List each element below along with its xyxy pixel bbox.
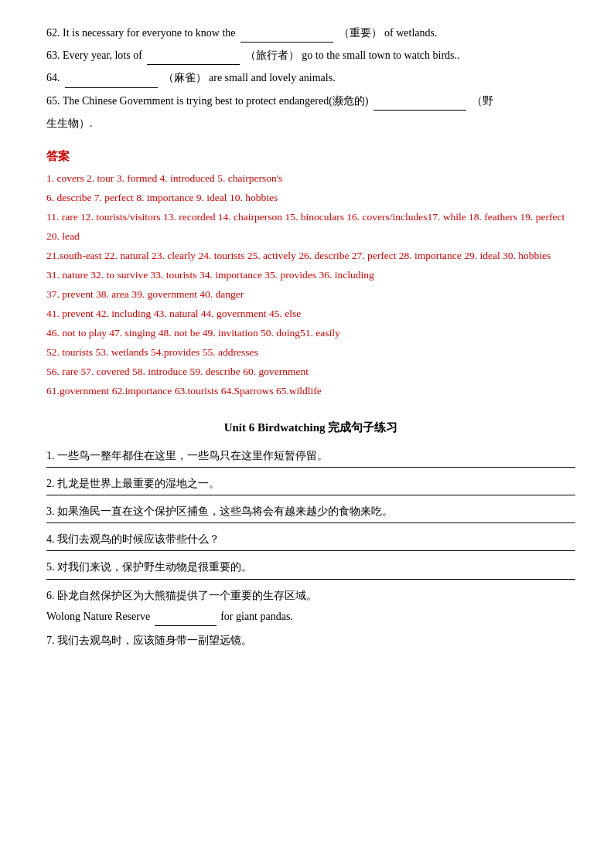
item6-number: 6.: [46, 590, 55, 601]
q63-text-after: go to the small town to watch birds..: [302, 49, 459, 61]
question-63: 63. Every year, lots of （旅行者） go to the …: [46, 46, 575, 65]
q62-text-before: It is necessary for everyone to know the: [63, 27, 236, 39]
answer-line-9: 52. tourists 53. wetlands 54.provides 55…: [46, 343, 575, 363]
completion-item-3: 3. 如果渔民一直在这个保护区捕鱼，这些鸟将会有越来越少的食物来吃。: [46, 502, 575, 523]
answer-line-10: 56. rare 57. covered 58. introduce 59. d…: [46, 363, 575, 382]
item4-number: 4.: [46, 533, 55, 545]
item6-text: 6. 卧龙自然保护区为大熊猫提供了一个重要的生存区域。: [46, 586, 575, 605]
item2-line: [46, 495, 575, 495]
q64-text-after: are small and lovely animals.: [209, 72, 336, 83]
item1-number: 1.: [46, 450, 55, 461]
question-65-cont: 生生物）.: [46, 114, 575, 133]
answer-line-11: 61.government 62.importance 63.tourists …: [46, 382, 575, 401]
answer-line-1: 1. covers 2. tour 3. formed 4. introduce…: [46, 169, 575, 189]
q64-paren: （麻雀）: [163, 72, 206, 83]
completion-item-5: 5. 对我们来说，保护野生动物是很重要的。: [46, 557, 575, 579]
completion-item-4: 4. 我们去观鸟的时候应该带些什么？: [46, 529, 575, 551]
answer-line-4: 21.south-east 22. natural 23. clearly 24…: [46, 247, 575, 266]
q65-blank[interactable]: [374, 110, 466, 111]
item6-subtext: Wolong Nature Reserve for giant pandas.: [46, 607, 575, 626]
item6-sub-label: Wolong Nature Reserve: [46, 611, 150, 622]
q62-number: 62.: [46, 27, 63, 39]
item3-text: 3. 如果渔民一直在这个保护区捕鱼，这些鸟将会有越来越少的食物来吃。: [46, 502, 575, 521]
q65-cont: 生生物）.: [46, 117, 93, 129]
item7-text: 7. 我们去观鸟时，应该随身带一副望远镜。: [46, 631, 575, 650]
question-65: 65. The Chinese Government is trying bes…: [46, 91, 575, 111]
answer-line-5: 31. nature 32. to survive 33. tourists 3…: [46, 266, 575, 285]
q63-blank[interactable]: [147, 64, 240, 65]
item1-chinese: 一些鸟一整年都住在这里，一些鸟只在这里作短暂停留。: [57, 450, 328, 461]
item4-text: 4. 我们去观鸟的时候应该带些什么？: [46, 529, 575, 549]
item6-sub-after: for giant pandas.: [220, 611, 293, 622]
item4-chinese: 我们去观鸟的时候应该带些什么？: [57, 533, 220, 545]
item3-number: 3.: [46, 505, 55, 517]
q63-paren: （旅行者）: [245, 49, 299, 61]
item4-line: [46, 550, 575, 551]
q63-number: 63.: [46, 49, 63, 61]
q64-number: 64.: [46, 72, 63, 83]
item5-line: [46, 579, 575, 580]
q64-blank[interactable]: [65, 87, 158, 88]
answers-title: 答案: [46, 147, 575, 167]
q63-text-before: Every year, lots of: [63, 49, 142, 61]
item5-number: 5.: [46, 561, 55, 573]
completion-item-7: 7. 我们去观鸟时，应该随身带一副望远镜。: [46, 631, 575, 650]
item2-chinese: 扎龙是世界上最重要的湿地之一。: [57, 478, 220, 489]
item7-chinese: 我们去观鸟时，应该随身带一副望远镜。: [57, 635, 252, 646]
q62-paren: （重要）: [339, 27, 382, 39]
answer-line-3: 11. rare 12. tourists/visitors 13. recor…: [46, 208, 575, 247]
item1-line: [46, 467, 575, 468]
item2-text: 2. 扎龙是世界上最重要的湿地之一。: [46, 474, 575, 493]
q65-paren: （野: [472, 95, 493, 107]
answer-line-6: 37. prevent 38. area 39. government 40. …: [46, 285, 575, 305]
item3-chinese: 如果渔民一直在这个保护区捕鱼，这些鸟将会有越来越少的食物来吃。: [57, 505, 393, 517]
item1-text: 1. 一些鸟一整年都住在这里，一些鸟只在这里作短暂停留。: [46, 446, 575, 465]
answer-line-7: 41. prevent 42. including 43. natural 44…: [46, 305, 575, 324]
questions-section: 62. It is necessary for everyone to know…: [46, 23, 575, 133]
answers-section: 答案 1. covers 2. tour 3. formed 4. introd…: [46, 147, 575, 401]
completion-item-1: 1. 一些鸟一整年都住在这里，一些鸟只在这里作短暂停留。: [46, 446, 575, 468]
q62-text-after: of wetlands.: [384, 27, 437, 39]
q65-text-before: The Chinese Government is trying best to…: [63, 95, 369, 107]
item5-text: 5. 对我们来说，保护野生动物是很重要的。: [46, 557, 575, 577]
item2-number: 2.: [46, 478, 55, 489]
question-62: 62. It is necessary for everyone to know…: [46, 23, 575, 43]
question-64: 64. （麻雀） are small and lovely animals.: [46, 68, 575, 87]
completion-item-2: 2. 扎龙是世界上最重要的湿地之一。: [46, 474, 575, 495]
section2-title: Unit 6 Birdwatching 完成句子练习: [46, 418, 575, 438]
answer-line-8: 46. not to play 47. singing 48. not be 4…: [46, 324, 575, 343]
item6-sub-blank[interactable]: [155, 625, 217, 626]
item5-chinese: 对我们来说，保护野生动物是很重要的。: [57, 561, 252, 573]
item6-chinese: 卧龙自然保护区为大熊猫提供了一个重要的生存区域。: [57, 590, 317, 601]
q65-number: 65.: [46, 95, 63, 107]
item3-line: [46, 523, 575, 523]
completion-item-6: 6. 卧龙自然保护区为大熊猫提供了一个重要的生存区域。 Wolong Natur…: [46, 586, 575, 626]
q62-blank[interactable]: [240, 42, 333, 43]
item7-number: 7.: [46, 635, 55, 646]
answer-line-2: 6. describe 7. perfect 8. importance 9. …: [46, 189, 575, 208]
